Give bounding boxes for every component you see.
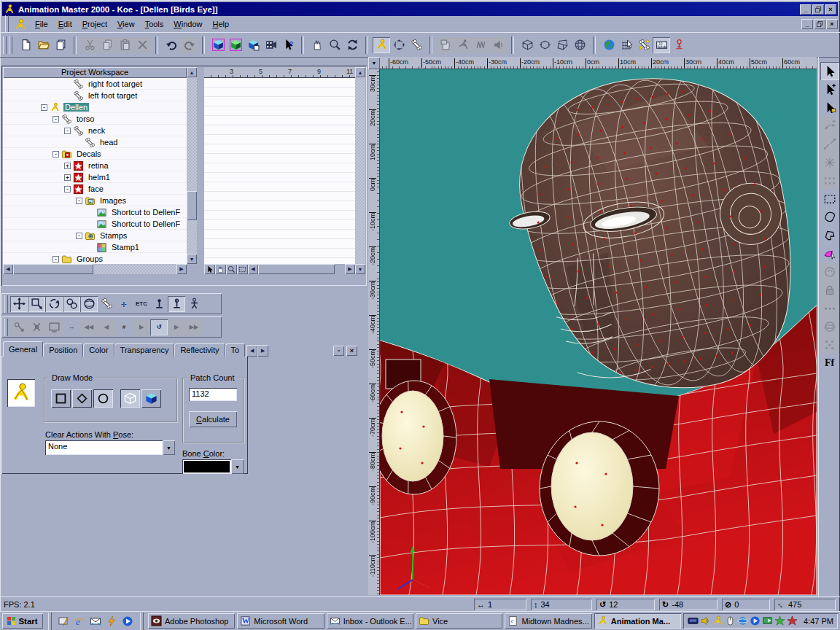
- bone-small-button[interactable]: [98, 296, 115, 312]
- tree-expander[interactable]: -: [76, 198, 82, 204]
- tree-vscrollbar[interactable]: ▲ ▼: [187, 67, 197, 264]
- tab-to[interactable]: To: [225, 343, 246, 357]
- task-button-microsoft-word[interactable]: WMicrosoft Word: [237, 613, 324, 629]
- pin-marker-button[interactable]: [670, 37, 688, 53]
- tree-item-groups[interactable]: -Groups: [3, 253, 187, 264]
- tree-item-images[interactable]: -Images: [3, 195, 187, 206]
- range-arrow-button[interactable]: ↔: [63, 319, 80, 335]
- toolbar-grip[interactable]: [4, 295, 8, 313]
- taskbar-grip[interactable]: [140, 612, 144, 630]
- quicklaunch-outlook-express-icon[interactable]: [88, 614, 103, 629]
- save-model-button[interactable]: [244, 37, 262, 53]
- tray-volume-icon[interactable]: [700, 615, 711, 626]
- scroll-left-button[interactable]: ◀: [248, 264, 258, 274]
- tree-item-helm1[interactable]: +helm1: [3, 171, 187, 183]
- lasso-select-button[interactable]: [820, 208, 839, 226]
- open-file-button[interactable]: [34, 37, 52, 53]
- key-translate-button[interactable]: [150, 296, 168, 312]
- bone-keys-button[interactable]: [635, 37, 653, 53]
- task-button-vice[interactable]: Vice: [416, 613, 502, 629]
- mdi-close-button[interactable]: ×: [826, 19, 838, 29]
- menu-view[interactable]: View: [112, 18, 140, 30]
- tray-am-figure-icon[interactable]: [712, 615, 723, 626]
- chevron-down-icon[interactable]: ▼: [163, 440, 175, 455]
- tree-item-shortcut-to-dellenf[interactable]: Shortcut to DellenF: [3, 218, 187, 230]
- tree-item-dellen[interactable]: -Dellen: [3, 101, 187, 113]
- task-button-adobe-photoshop[interactable]: Adobe Photoshop: [148, 613, 235, 629]
- tab-reflectivity[interactable]: Reflectivity: [174, 343, 225, 357]
- tree-item-stamps[interactable]: -Stamps: [3, 230, 187, 241]
- tab-color[interactable]: Color: [83, 343, 114, 357]
- pointer-stamp-button[interactable]: [820, 98, 839, 117]
- font-tool-button[interactable]: Ff: [820, 354, 839, 372]
- poly-lasso-button[interactable]: [820, 226, 839, 244]
- tree-expander[interactable]: +: [64, 174, 71, 181]
- tray-player-icon[interactable]: [750, 615, 761, 626]
- menu-tools[interactable]: Tools: [140, 18, 169, 30]
- timeline-vscrollbar[interactable]: ▲ ▼: [355, 67, 365, 274]
- tab-position[interactable]: Position: [43, 343, 83, 357]
- tree-hscrollbar[interactable]: ◀ ▶: [3, 264, 187, 274]
- timeline-ruler[interactable]: 357911: [204, 67, 355, 78]
- close-button[interactable]: ×: [825, 4, 836, 15]
- tree-item-stamp1[interactable]: Stamp1: [3, 241, 187, 253]
- zoom-tool-button[interactable]: [326, 37, 343, 53]
- quicklaunch-winamp-icon[interactable]: [104, 614, 119, 629]
- distort-cube-button[interactable]: [553, 37, 571, 53]
- tray-green-app-icon[interactable]: [774, 615, 785, 626]
- ruler-units-button[interactable]: ▼: [368, 57, 380, 69]
- pointer-button[interactable]: [820, 62, 839, 80]
- chevron-down-icon[interactable]: ▼: [231, 459, 244, 474]
- quicklaunch-media-player-icon[interactable]: [120, 614, 135, 629]
- bone-color-swatch[interactable]: [182, 459, 231, 474]
- muscle-mode-button[interactable]: [390, 37, 408, 53]
- menubar-grip[interactable]: [5, 15, 9, 33]
- tree-item-decals[interactable]: -Decals: [3, 148, 187, 160]
- mdi-restore-button[interactable]: [814, 19, 825, 29]
- timeline-zoom-tool[interactable]: [226, 264, 237, 274]
- tree-hscroll-thumb[interactable]: [13, 264, 93, 274]
- toolbar-grip[interactable]: [9, 36, 12, 54]
- tree-expander[interactable]: -: [52, 256, 59, 262]
- grid-cursor-button[interactable]: [618, 37, 635, 53]
- scroll-down-button[interactable]: ▼: [187, 254, 197, 264]
- tab-scroll-right-button[interactable]: ▶: [257, 345, 268, 357]
- loop-button[interactable]: ↺: [150, 319, 168, 335]
- panel-close-button[interactable]: ×: [346, 346, 357, 356]
- task-button-animation-ma-[interactable]: Animation Ma...: [594, 613, 681, 629]
- scroll-up-button[interactable]: ▲: [355, 67, 365, 77]
- tray-red-app-icon[interactable]: [787, 615, 798, 626]
- marquee-select-button[interactable]: [820, 190, 839, 208]
- etc-mode-button[interactable]: ETC: [133, 296, 150, 312]
- tree-item-retina[interactable]: +retina: [3, 160, 187, 171]
- menu-window[interactable]: Window: [168, 18, 207, 30]
- tray-mouse-icon[interactable]: [725, 615, 736, 626]
- draw-wireframe-button[interactable]: [51, 389, 71, 408]
- tree-item-shortcut-to-dellenf[interactable]: Shortcut to DellenF: [3, 206, 187, 218]
- tab-transparency[interactable]: Transparency: [114, 343, 175, 357]
- key-skeleton-button[interactable]: [185, 296, 203, 312]
- scroll-down-button[interactable]: ▼: [355, 264, 365, 274]
- scroll-right-button[interactable]: ▶: [176, 264, 187, 274]
- globe-wire-button[interactable]: [571, 37, 588, 53]
- viewport-scene[interactable]: [380, 69, 817, 595]
- toolbar-grip[interactable]: [3, 36, 7, 54]
- mdi-minimize-button[interactable]: _: [801, 19, 813, 29]
- key-pose-button[interactable]: [168, 296, 185, 312]
- tree-item-right-foot-target[interactable]: right foot target: [3, 78, 187, 90]
- manip-trackball-button[interactable]: [80, 296, 98, 312]
- move-cube-button[interactable]: [536, 37, 553, 53]
- patch-select-button[interactable]: [820, 244, 839, 262]
- pointer-add-button[interactable]: [820, 80, 839, 98]
- frame-mode-button[interactable]: #: [115, 319, 133, 335]
- scroll-right-button[interactable]: ▶: [345, 264, 355, 274]
- manip-twist-button[interactable]: [63, 296, 80, 312]
- menu-help[interactable]: Help: [207, 18, 234, 30]
- tab-general[interactable]: General: [3, 341, 43, 357]
- bone-tool-button[interactable]: [408, 37, 425, 53]
- manip-move-button[interactable]: [10, 296, 28, 312]
- model-render[interactable]: [380, 69, 817, 595]
- minimize-button[interactable]: _: [800, 4, 812, 15]
- tree-expander[interactable]: +: [64, 163, 71, 169]
- earth-button[interactable]: [600, 37, 618, 53]
